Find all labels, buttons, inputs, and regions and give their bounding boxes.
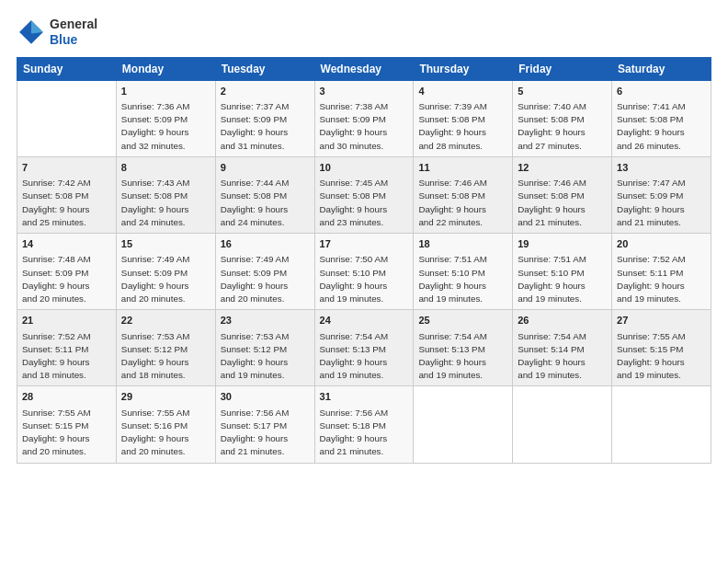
calendar-cell: 23Sunrise: 7:53 AMSunset: 5:12 PMDayligh… — [215, 310, 314, 386]
calendar-cell: 28Sunrise: 7:55 AMSunset: 5:15 PMDayligh… — [17, 386, 117, 463]
day-info: Sunrise: 7:51 AMSunset: 5:10 PMDaylight:… — [418, 253, 507, 305]
day-info: Sunrise: 7:49 AMSunset: 5:09 PMDaylight:… — [121, 253, 210, 305]
calendar-cell: 20Sunrise: 7:52 AMSunset: 5:11 PMDayligh… — [612, 234, 711, 310]
day-number: 21 — [22, 314, 111, 327]
day-info: Sunrise: 7:51 AMSunset: 5:10 PMDaylight:… — [518, 253, 607, 305]
day-info: Sunrise: 7:47 AMSunset: 5:09 PMDaylight:… — [617, 177, 706, 229]
day-number: 20 — [617, 237, 706, 251]
calendar-cell: 11Sunrise: 7:46 AMSunset: 5:08 PMDayligh… — [414, 156, 513, 233]
calendar-cell: 21Sunrise: 7:52 AMSunset: 5:11 PMDayligh… — [17, 310, 117, 386]
day-number: 4 — [418, 85, 507, 98]
calendar-cell: 8Sunrise: 7:43 AMSunset: 5:08 PMDaylight… — [116, 156, 215, 233]
calendar-cell: 1Sunrise: 7:36 AMSunset: 5:09 PMDaylight… — [116, 80, 215, 156]
day-number: 13 — [617, 161, 706, 175]
calendar-week-2: 7Sunrise: 7:42 AMSunset: 5:08 PMDaylight… — [17, 156, 711, 233]
day-number: 22 — [121, 314, 210, 327]
calendar-cell: 31Sunrise: 7:56 AMSunset: 5:18 PMDayligh… — [314, 386, 414, 463]
day-number: 24 — [320, 314, 409, 327]
calendar-week-1: 1Sunrise: 7:36 AMSunset: 5:09 PMDaylight… — [17, 80, 711, 156]
calendar-cell: 2Sunrise: 7:37 AMSunset: 5:09 PMDaylight… — [215, 80, 314, 156]
calendar-cell: 14Sunrise: 7:48 AMSunset: 5:09 PMDayligh… — [17, 234, 117, 310]
calendar-cell: 26Sunrise: 7:54 AMSunset: 5:14 PMDayligh… — [513, 310, 612, 386]
calendar-cell: 6Sunrise: 7:41 AMSunset: 5:08 PMDaylight… — [612, 80, 711, 156]
day-info: Sunrise: 7:56 AMSunset: 5:18 PMDaylight:… — [320, 407, 409, 459]
day-number: 1 — [121, 85, 210, 98]
day-number: 8 — [121, 161, 210, 175]
day-number: 30 — [221, 390, 310, 404]
calendar-cell: 30Sunrise: 7:56 AMSunset: 5:17 PMDayligh… — [215, 386, 314, 463]
day-info: Sunrise: 7:40 AMSunset: 5:08 PMDaylight:… — [518, 100, 607, 153]
calendar-cell: 17Sunrise: 7:50 AMSunset: 5:10 PMDayligh… — [314, 234, 414, 310]
day-number: 3 — [320, 85, 409, 98]
day-info: Sunrise: 7:44 AMSunset: 5:08 PMDaylight:… — [221, 177, 310, 229]
day-info: Sunrise: 7:45 AMSunset: 5:08 PMDaylight:… — [320, 177, 409, 229]
calendar-cell: 3Sunrise: 7:38 AMSunset: 5:09 PMDaylight… — [314, 80, 414, 156]
calendar-cell: 29Sunrise: 7:55 AMSunset: 5:16 PMDayligh… — [116, 386, 215, 463]
calendar-cell — [414, 386, 513, 463]
calendar-cell: 12Sunrise: 7:46 AMSunset: 5:08 PMDayligh… — [513, 156, 612, 233]
logo-text: General Blue — [50, 17, 97, 48]
header: General Blue — [17, 17, 711, 48]
calendar: SundayMondayTuesdayWednesdayThursdayFrid… — [17, 57, 711, 464]
day-info: Sunrise: 7:42 AMSunset: 5:08 PMDaylight:… — [22, 177, 111, 229]
day-info: Sunrise: 7:36 AMSunset: 5:09 PMDaylight:… — [121, 100, 210, 153]
svg-marker-2 — [19, 20, 31, 33]
day-number: 10 — [320, 161, 409, 175]
day-info: Sunrise: 7:50 AMSunset: 5:10 PMDaylight:… — [320, 253, 409, 305]
header-day-friday: Friday — [513, 57, 612, 80]
day-number: 23 — [221, 314, 310, 327]
day-number: 28 — [22, 390, 111, 404]
day-info: Sunrise: 7:52 AMSunset: 5:11 PMDaylight:… — [617, 253, 706, 305]
day-number: 29 — [121, 390, 210, 404]
calendar-cell: 4Sunrise: 7:39 AMSunset: 5:08 PMDaylight… — [414, 80, 513, 156]
calendar-cell — [17, 80, 117, 156]
day-info: Sunrise: 7:54 AMSunset: 5:13 PMDaylight:… — [320, 330, 409, 383]
day-info: Sunrise: 7:55 AMSunset: 5:15 PMDaylight:… — [22, 407, 111, 459]
day-number: 25 — [418, 314, 507, 327]
day-info: Sunrise: 7:38 AMSunset: 5:09 PMDaylight:… — [320, 100, 409, 153]
day-number: 15 — [121, 237, 210, 251]
calendar-cell: 10Sunrise: 7:45 AMSunset: 5:08 PMDayligh… — [314, 156, 414, 233]
header-day-saturday: Saturday — [612, 57, 711, 80]
day-number: 31 — [320, 390, 409, 404]
calendar-cell — [612, 386, 711, 463]
calendar-cell: 7Sunrise: 7:42 AMSunset: 5:08 PMDaylight… — [17, 156, 117, 233]
day-number: 7 — [22, 161, 111, 175]
day-number: 18 — [418, 237, 507, 251]
day-number: 9 — [221, 161, 310, 175]
day-info: Sunrise: 7:56 AMSunset: 5:17 PMDaylight:… — [221, 407, 310, 459]
svg-marker-1 — [31, 20, 43, 33]
calendar-cell: 18Sunrise: 7:51 AMSunset: 5:10 PMDayligh… — [414, 234, 513, 310]
day-info: Sunrise: 7:43 AMSunset: 5:08 PMDaylight:… — [121, 177, 210, 229]
header-day-monday: Monday — [116, 57, 215, 80]
day-number: 16 — [221, 237, 310, 251]
day-info: Sunrise: 7:53 AMSunset: 5:12 PMDaylight:… — [121, 330, 210, 383]
logo: General Blue — [17, 17, 97, 48]
calendar-cell: 19Sunrise: 7:51 AMSunset: 5:10 PMDayligh… — [513, 234, 612, 310]
calendar-cell: 5Sunrise: 7:40 AMSunset: 5:08 PMDaylight… — [513, 80, 612, 156]
calendar-cell: 27Sunrise: 7:55 AMSunset: 5:15 PMDayligh… — [612, 310, 711, 386]
calendar-week-4: 21Sunrise: 7:52 AMSunset: 5:11 PMDayligh… — [17, 310, 711, 386]
calendar-header-row: SundayMondayTuesdayWednesdayThursdayFrid… — [17, 57, 711, 80]
day-number: 14 — [22, 237, 111, 251]
calendar-cell: 22Sunrise: 7:53 AMSunset: 5:12 PMDayligh… — [116, 310, 215, 386]
day-info: Sunrise: 7:46 AMSunset: 5:08 PMDaylight:… — [418, 177, 507, 229]
day-info: Sunrise: 7:39 AMSunset: 5:08 PMDaylight:… — [418, 100, 507, 153]
day-number: 27 — [617, 314, 706, 327]
header-day-sunday: Sunday — [17, 57, 117, 80]
day-number: 19 — [518, 237, 607, 251]
day-info: Sunrise: 7:54 AMSunset: 5:14 PMDaylight:… — [518, 330, 607, 383]
day-info: Sunrise: 7:48 AMSunset: 5:09 PMDaylight:… — [22, 253, 111, 305]
day-number: 2 — [221, 85, 310, 98]
calendar-cell: 9Sunrise: 7:44 AMSunset: 5:08 PMDaylight… — [215, 156, 314, 233]
day-number: 6 — [617, 85, 706, 98]
header-day-thursday: Thursday — [414, 57, 513, 80]
day-info: Sunrise: 7:46 AMSunset: 5:08 PMDaylight:… — [518, 177, 607, 229]
day-info: Sunrise: 7:52 AMSunset: 5:11 PMDaylight:… — [22, 330, 111, 383]
header-day-tuesday: Tuesday — [215, 57, 314, 80]
calendar-week-3: 14Sunrise: 7:48 AMSunset: 5:09 PMDayligh… — [17, 234, 711, 310]
calendar-cell — [513, 386, 612, 463]
day-info: Sunrise: 7:53 AMSunset: 5:12 PMDaylight:… — [221, 330, 310, 383]
page: General Blue SundayMondayTuesdayWednesda… — [0, 0, 728, 563]
day-info: Sunrise: 7:49 AMSunset: 5:09 PMDaylight:… — [221, 253, 310, 305]
